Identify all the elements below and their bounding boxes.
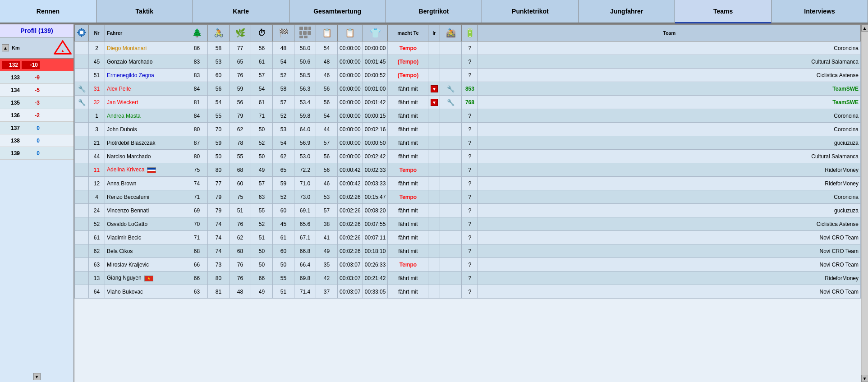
nav-taktik[interactable]: Taktik bbox=[96, 0, 193, 23]
table-row[interactable]: 62Bela Cikos687468506066.84900:02:2600:1… bbox=[75, 244, 861, 258]
number-cell: ? bbox=[462, 177, 478, 190]
cycling-cell: 🔧 bbox=[440, 96, 462, 109]
stat-cell-7: 57 bbox=[316, 136, 338, 150]
nav-teams[interactable]: Teams bbox=[675, 0, 772, 23]
stat-cell-3: 76 bbox=[230, 272, 251, 285]
team-cell: TeamSWE bbox=[478, 96, 861, 109]
stat-cell-2: 74 bbox=[208, 244, 230, 258]
table-row[interactable]: 11Adelina Kriveca758068496572.25600:00:4… bbox=[75, 163, 861, 177]
right-scrollbar[interactable]: ▲ ▼ bbox=[861, 24, 868, 382]
table-row[interactable]: 1Andrea Masta845579715259.85400:00:0000:… bbox=[75, 109, 861, 123]
sidebar-row-134[interactable]: 134 -5 bbox=[0, 84, 73, 97]
stat-cell-1: 71 bbox=[186, 231, 208, 244]
table-row[interactable]: 2Diego Montanari865877564858.05400:00:00… bbox=[75, 41, 861, 55]
cycling-cell bbox=[440, 190, 462, 204]
stat-cell-2: 59 bbox=[208, 136, 230, 150]
table-row[interactable]: 12Anna Brown747760575971.04600:00:4200:0… bbox=[75, 177, 861, 190]
table-row[interactable]: 52Osvaldo LoGatto707476524565.63800:02:2… bbox=[75, 217, 861, 231]
cycling-cell bbox=[440, 123, 462, 136]
number-cell: ? bbox=[462, 272, 478, 285]
stat-cell-6: 69.8 bbox=[294, 272, 316, 285]
table-row[interactable]: 61Vladimir Becic717462516167.14100:02:26… bbox=[75, 231, 861, 244]
stat-cell-1: 75 bbox=[186, 163, 208, 177]
table-row[interactable]: 44Narciso Marchado805055506253.05600:00:… bbox=[75, 150, 861, 163]
table-row[interactable]: 4Renzo Beccafumi717975635273.05300:02:26… bbox=[75, 190, 861, 204]
sidebar-scroll-down[interactable]: ▼ bbox=[33, 373, 41, 380]
number-cell: ? bbox=[462, 41, 478, 55]
header-stat6 bbox=[294, 25, 316, 41]
macht-cell: fährt mit bbox=[388, 177, 428, 190]
sidebar-row-138[interactable]: 138 0 bbox=[0, 134, 73, 147]
time2-cell: 00:02:16 bbox=[363, 123, 388, 136]
name-cell: Alex Pelle bbox=[105, 82, 186, 96]
table-row[interactable]: 63Miroslav Kraljevic667376505066.43500:0… bbox=[75, 258, 861, 272]
time2-cell: 00:00:00 bbox=[363, 41, 388, 55]
number-cell: ? bbox=[462, 285, 478, 299]
scroll-down-btn[interactable]: ▼ bbox=[861, 375, 868, 382]
macht-cell: fährt mit bbox=[388, 82, 428, 96]
team-cell: Ciclistica Astense bbox=[478, 69, 861, 82]
header-stat2: 🚴 bbox=[208, 25, 230, 41]
sidebar-title: Profil (139) bbox=[0, 24, 73, 37]
number-cell: ? bbox=[462, 231, 478, 244]
nr-cell: 11 bbox=[89, 163, 105, 177]
nav-gesamtwertung[interactable]: Gesamtwertung bbox=[289, 0, 386, 23]
sidebar-row-136[interactable]: 136 -2 bbox=[0, 109, 73, 122]
table-row[interactable]: 64Vlaho Bukovac638148495171.43700:03:070… bbox=[75, 285, 861, 299]
sidebar-row-133[interactable]: 133 -9 bbox=[0, 71, 73, 84]
nav-jungfahrer[interactable]: Jungfahrer bbox=[579, 0, 675, 23]
sidebar-row-137[interactable]: 137 0 bbox=[0, 122, 73, 134]
sidebar-val: -5 bbox=[22, 87, 40, 93]
time2-cell: 00:03:33 bbox=[363, 177, 388, 190]
macht-cell: Tempo bbox=[388, 41, 428, 55]
nav-interviews[interactable]: Interviews bbox=[772, 0, 868, 23]
dropdown-btn[interactable]: ▼ bbox=[431, 85, 438, 92]
number-cell: ? bbox=[462, 55, 478, 69]
nav-bergtrikot[interactable]: Bergtrikot bbox=[386, 0, 482, 23]
number-cell: ? bbox=[462, 150, 478, 163]
sidebar-row-135[interactable]: 135 -3 bbox=[0, 97, 73, 109]
stat-cell-5: 53 bbox=[273, 123, 294, 136]
stat-cell-7: 56 bbox=[316, 150, 338, 163]
sidebar-row-132[interactable]: 132 -10 bbox=[0, 59, 73, 71]
table-row[interactable]: 🔧31Alex Pelle845659545856.35600:00:0000:… bbox=[75, 82, 861, 96]
time2-cell: 00:18:10 bbox=[363, 244, 388, 258]
stat-cell-2: 60 bbox=[208, 69, 230, 82]
cycling-cell bbox=[440, 163, 462, 177]
table-row[interactable]: 51Ermenegildo Zegna836076575258.54600:00… bbox=[75, 69, 861, 82]
table-row[interactable]: 🔧32Jan Wieckert815456615753.45600:00:000… bbox=[75, 96, 861, 109]
nav-rennen[interactable]: Rennen bbox=[0, 0, 96, 23]
ir-cell: ▼ bbox=[428, 96, 440, 109]
stat-cell-1: 84 bbox=[186, 109, 208, 123]
time2-cell: 00:01:00 bbox=[363, 82, 388, 96]
team-cell: guciuzuza bbox=[478, 136, 861, 150]
stat-cell-4: 71 bbox=[251, 109, 273, 123]
stat-cell-1: 66 bbox=[186, 272, 208, 285]
table-row[interactable]: 21Piotrdebil Blaszczak875978525456.95700… bbox=[75, 136, 861, 150]
stat-cell-2: 74 bbox=[208, 231, 230, 244]
nr-cell: 12 bbox=[89, 177, 105, 190]
table-row[interactable]: 13Giang Nguyen668076665569.84200:03:0700… bbox=[75, 272, 861, 285]
table-row[interactable]: 45Gonzalo Marchado835365615450.64800:00:… bbox=[75, 55, 861, 69]
stat-cell-1: 84 bbox=[186, 82, 208, 96]
table-row[interactable]: 3John Dubois807062505364.04400:00:0000:0… bbox=[75, 123, 861, 136]
stat-cell-6: 69.1 bbox=[294, 204, 316, 217]
dropdown-btn[interactable]: ▼ bbox=[431, 99, 438, 106]
nr-cell: 45 bbox=[89, 55, 105, 69]
table-row[interactable]: 24Vincenzo Bennati697951556069.15700:02:… bbox=[75, 204, 861, 217]
scroll-track[interactable] bbox=[862, 32, 868, 375]
svg-rect-13 bbox=[303, 31, 307, 35]
scroll-up-btn[interactable]: ▲ bbox=[861, 24, 868, 32]
header-cycling: 🚵 bbox=[440, 25, 462, 41]
stat-cell-3: 55 bbox=[230, 150, 251, 163]
macht-cell: Tempo bbox=[388, 163, 428, 177]
time2-cell: 00:00:50 bbox=[363, 136, 388, 150]
nav-karte[interactable]: Karte bbox=[193, 0, 289, 23]
flag-si bbox=[147, 167, 156, 173]
sidebar-scroll-up[interactable]: ▲ bbox=[2, 44, 9, 51]
nav-punktetrikot[interactable]: Punktetrikot bbox=[482, 0, 579, 23]
stat-cell-4: 50 bbox=[251, 123, 273, 136]
sidebar-row-139[interactable]: 139 0 bbox=[0, 147, 73, 160]
header-stat3: 🌿 bbox=[230, 25, 251, 41]
team-cell: Coroncina bbox=[478, 190, 861, 204]
